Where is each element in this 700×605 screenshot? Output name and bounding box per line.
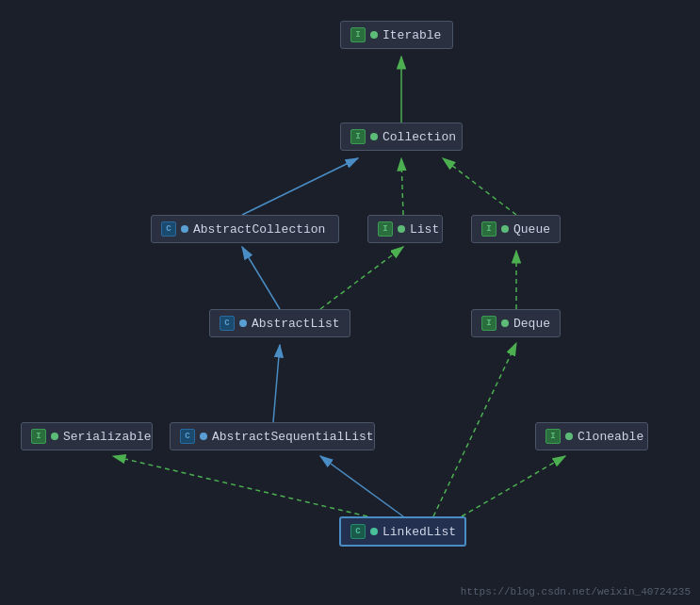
svg-line-4 (242, 158, 358, 215)
svg-line-12 (113, 456, 367, 516)
icon-cloneable: I (545, 429, 561, 444)
node-serializable: I Serializable (21, 422, 153, 450)
icon-queue: I (481, 221, 497, 237)
dot-cloneable (565, 433, 573, 440)
node-deque: I Deque (471, 309, 561, 337)
label-abstractsequentiallist: AbstractSequentialList (212, 430, 374, 444)
dot-abstractcollection (181, 225, 188, 233)
node-cloneable: I Cloneable (535, 422, 648, 450)
watermark: https://blog.csdn.net/weixin_40724235 (461, 586, 691, 597)
icon-abstractlist: C (220, 316, 235, 331)
label-linkedlist: LinkedList (383, 525, 456, 539)
dot-iterable (370, 31, 378, 39)
label-abstractcollection: AbstractCollection (193, 222, 325, 237)
dot-serializable (51, 433, 58, 440)
svg-line-7 (242, 247, 280, 309)
icon-serializable: I (31, 429, 46, 444)
node-list: I List (367, 215, 443, 243)
icon-linkedlist: C (350, 524, 366, 539)
svg-line-14 (462, 456, 565, 516)
svg-line-10 (273, 345, 280, 422)
label-abstractlist: AbstractList (252, 317, 340, 331)
label-deque: Deque (513, 317, 550, 331)
svg-line-13 (433, 343, 516, 516)
label-list: List (410, 222, 439, 237)
svg-line-8 (320, 247, 403, 309)
dot-list (398, 225, 405, 233)
label-serializable: Serializable (63, 430, 152, 444)
icon-iterable: I (350, 27, 366, 42)
arrows-layer (0, 0, 700, 605)
svg-line-5 (401, 158, 403, 215)
dot-deque (501, 319, 509, 327)
icon-list: I (378, 221, 393, 237)
icon-abstractcollection: C (161, 221, 176, 237)
icon-collection: I (350, 129, 366, 144)
node-abstractsequentiallist: C AbstractSequentialList (170, 422, 375, 450)
dot-abstractlist (239, 319, 247, 327)
label-queue: Queue (513, 222, 550, 237)
svg-line-11 (320, 456, 403, 516)
node-queue: I Queue (471, 215, 561, 243)
dot-collection (370, 133, 378, 140)
dot-linkedlist (370, 528, 378, 535)
diagram-container: I Iterable I Collection C AbstractCollec… (0, 0, 700, 605)
label-collection: Collection (383, 130, 456, 144)
label-cloneable: Cloneable (578, 430, 643, 444)
dot-abstractsequentiallist (200, 433, 207, 440)
node-abstractcollection: C AbstractCollection (151, 215, 339, 243)
node-collection: I Collection (340, 123, 463, 151)
label-iterable: Iterable (383, 28, 441, 42)
dot-queue (501, 225, 509, 233)
icon-deque: I (481, 316, 497, 331)
icon-abstractsequentiallist: C (180, 429, 195, 444)
node-abstractlist: C AbstractList (209, 309, 350, 337)
node-linkedlist: C LinkedList (339, 516, 466, 547)
svg-line-6 (443, 158, 516, 215)
node-iterable: I Iterable (340, 21, 453, 49)
